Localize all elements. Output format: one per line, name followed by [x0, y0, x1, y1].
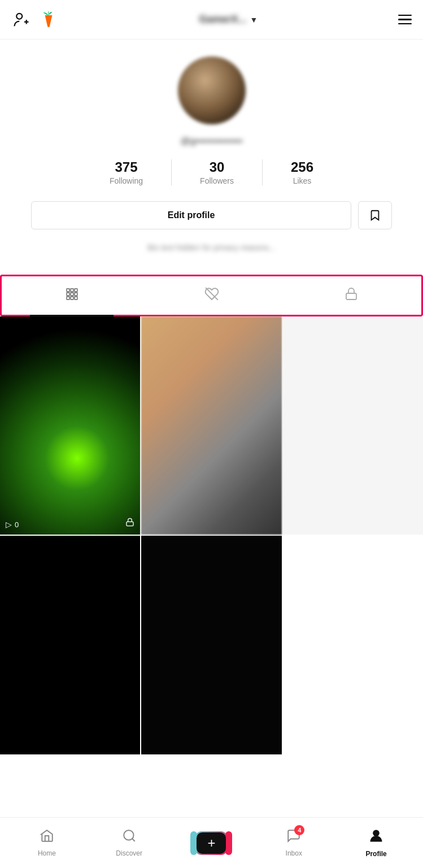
inbox-label: Inbox	[286, 849, 302, 857]
followers-label: Followers	[200, 176, 234, 185]
hamburger-menu-icon[interactable]	[398, 15, 412, 25]
following-label: Following	[110, 176, 143, 185]
profile-label: Profile	[365, 850, 386, 858]
followers-count: 30	[210, 159, 225, 175]
video-grid: ▷ 0	[0, 316, 423, 754]
nav-item-add[interactable]: +	[191, 831, 231, 855]
svg-rect-7	[67, 293, 69, 296]
likes-label: Likes	[293, 176, 312, 185]
heart-slash-icon	[204, 287, 219, 305]
nav-item-profile[interactable]: Profile	[356, 828, 396, 858]
svg-rect-15	[127, 522, 133, 526]
username-display: @g••••••••••••••	[180, 136, 242, 147]
carrot-icon	[38, 10, 59, 30]
video-thumb-3[interactable]	[283, 316, 423, 535]
action-buttons: Edit profile	[31, 201, 391, 229]
video-play-count-1: ▷ 0	[6, 520, 19, 529]
tab-videos[interactable]	[2, 276, 142, 315]
video-thumb-4[interactable]	[0, 536, 140, 754]
likes-stat[interactable]: 256 Likes	[263, 159, 342, 185]
svg-rect-8	[71, 293, 73, 296]
video-thumb-5[interactable]	[141, 536, 281, 754]
svg-rect-9	[75, 293, 77, 296]
nav-item-home[interactable]: Home	[27, 828, 67, 857]
nav-item-discover[interactable]: Discover	[110, 828, 149, 857]
svg-marker-3	[45, 15, 53, 27]
discover-icon	[122, 828, 137, 847]
svg-rect-11	[71, 297, 73, 300]
svg-point-0	[16, 13, 22, 19]
inbox-badge: 4	[294, 825, 304, 835]
stats-row: 375 Following 30 Followers 256 Likes	[11, 159, 412, 185]
svg-point-18	[373, 830, 380, 837]
view-count-1: 0	[15, 520, 19, 529]
header-center[interactable]: GamerX... ▼	[199, 14, 258, 25]
tabs-container	[0, 275, 423, 316]
bottom-nav: Home Discover + 4 Inbox	[0, 817, 423, 868]
svg-rect-14	[346, 293, 356, 300]
video-thumb-6[interactable]	[283, 536, 423, 754]
home-label: Home	[38, 849, 56, 857]
add-button-inner: +	[197, 832, 226, 854]
nav-item-inbox[interactable]: 4 Inbox	[274, 828, 313, 857]
likes-count: 256	[291, 159, 313, 175]
video-thumb-2[interactable]	[141, 316, 281, 535]
svg-line-17	[132, 839, 135, 841]
discover-label: Discover	[116, 849, 142, 857]
tab-private[interactable]	[281, 276, 421, 315]
plus-icon: +	[207, 836, 215, 850]
svg-point-16	[124, 830, 133, 840]
svg-rect-5	[71, 289, 73, 292]
add-user-icon[interactable]	[11, 10, 32, 30]
video-thumb-1[interactable]: ▷ 0	[0, 316, 140, 535]
tab-liked[interactable]	[142, 276, 282, 315]
play-icon-1: ▷	[6, 520, 12, 529]
header-left	[11, 10, 59, 30]
lock-icon	[344, 287, 358, 304]
add-button[interactable]: +	[195, 831, 228, 855]
svg-rect-10	[67, 297, 69, 300]
lock-overlay-1	[125, 518, 134, 529]
profile-section: @g•••••••••••••• 375 Following 30 Follow…	[0, 40, 423, 275]
avatar	[178, 57, 246, 124]
followers-stat[interactable]: 30 Followers	[172, 159, 263, 185]
bookmark-button[interactable]	[358, 201, 392, 229]
grid-icon	[65, 287, 79, 304]
edit-profile-button[interactable]: Edit profile	[31, 201, 351, 229]
svg-rect-4	[67, 289, 69, 292]
home-icon	[40, 828, 54, 847]
svg-rect-12	[75, 297, 77, 300]
profile-icon	[368, 828, 384, 848]
inbox-wrapper: 4	[286, 828, 301, 847]
chevron-down-icon: ▼	[250, 15, 258, 24]
svg-rect-6	[75, 289, 77, 292]
following-count: 375	[115, 159, 138, 175]
top-header: GamerX... ▼	[0, 0, 423, 40]
following-stat[interactable]: 375 Following	[81, 159, 172, 185]
header-username: GamerX...	[199, 14, 247, 25]
bio-text: Bio text hidden for privacy reasons...	[147, 243, 275, 252]
